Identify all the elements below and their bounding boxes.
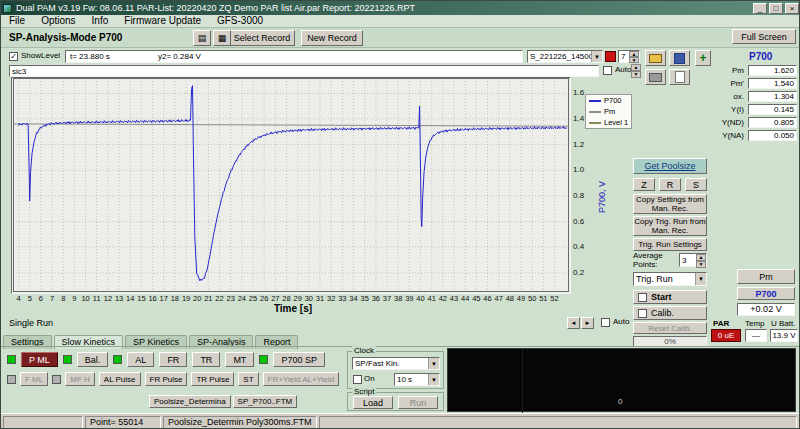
window-title: Dual PAM v3.19 Fw: 08.06.11 PAR-List: 20… bbox=[16, 3, 751, 13]
pm-button[interactable]: Pm bbox=[737, 269, 795, 284]
ctrl-button-st[interactable]: ST bbox=[238, 372, 258, 386]
chevron-down-icon[interactable]: ▼ bbox=[591, 51, 602, 62]
zoom-button-r[interactable]: R bbox=[659, 178, 681, 191]
cursor-readout: t= 23.880 s y2= 0.284 V bbox=[65, 50, 523, 63]
chevron-down-icon[interactable]: ▼ bbox=[695, 273, 706, 285]
spinner-down-icon[interactable]: ▼ bbox=[631, 71, 641, 78]
auto-scale-label: Auto bbox=[615, 65, 631, 74]
value-label: Y(NA) bbox=[713, 131, 744, 140]
menu-item-firmware-update[interactable]: Firmware Update bbox=[116, 15, 209, 27]
select-record-button[interactable]: Select Record bbox=[229, 30, 295, 46]
ctrl-button-p-ml[interactable]: P ML bbox=[21, 352, 58, 367]
copy-trig-run-button[interactable]: Copy Trig. Run from Man. Rec. bbox=[633, 216, 707, 236]
menu-item-info[interactable]: Info bbox=[84, 15, 117, 27]
spinner-down-icon[interactable]: ▼ bbox=[629, 57, 639, 63]
app-icon bbox=[3, 4, 12, 13]
chart-plot[interactable] bbox=[13, 78, 569, 292]
minimize-button[interactable]: _ bbox=[753, 3, 767, 14]
full-screen-button[interactable]: Full Screen bbox=[732, 29, 796, 44]
y-tick-label: 0.2 bbox=[573, 268, 597, 277]
auto-run-checkbox[interactable] bbox=[601, 318, 610, 327]
clock-interval-select[interactable]: 10 s ▼ bbox=[394, 373, 440, 386]
tab-divider bbox=[1, 346, 800, 347]
start-toggle[interactable]: Start bbox=[633, 290, 707, 304]
ftm-button-sp-p700-ftm[interactable]: SP_P700..FTM bbox=[233, 395, 298, 408]
open-record-button[interactable] bbox=[645, 50, 666, 66]
scroll-left-button[interactable]: ◄ bbox=[567, 317, 580, 329]
ctrl-button-tr[interactable]: TR bbox=[192, 352, 220, 367]
start-checkbox[interactable] bbox=[638, 293, 647, 302]
trig-run-settings-button[interactable]: Trig. Run Settings bbox=[633, 238, 707, 251]
app-window: Dual PAM v3.19 Fw: 08.06.11 PAR-List: 20… bbox=[0, 0, 800, 429]
p700-mode-select[interactable]: P700 bbox=[737, 287, 795, 300]
record-spinner-value: 7 bbox=[619, 52, 629, 61]
script-run-button[interactable]: Run bbox=[398, 396, 438, 409]
active-indicator bbox=[259, 355, 268, 364]
zoom-button-z[interactable]: Z bbox=[633, 178, 655, 191]
maximize-button[interactable]: □ bbox=[769, 3, 783, 14]
new-record-button[interactable]: New Record bbox=[301, 30, 363, 46]
add-record-button[interactable]: + bbox=[695, 50, 711, 66]
run-mode-label: Single Run bbox=[9, 318, 53, 328]
ctrl-button-tr-pulse[interactable]: TR Pulse bbox=[191, 372, 234, 386]
copy-settings-button[interactable]: Copy Settings from Man. Rec. bbox=[633, 194, 707, 214]
y2-readout: y2= 0.284 V bbox=[158, 52, 201, 61]
clock-on-checkbox[interactable] bbox=[353, 375, 362, 384]
value-box: 1.540 bbox=[748, 78, 797, 89]
average-points-stepper[interactable]: 3 ▲▼ bbox=[679, 253, 707, 267]
scale-spinner[interactable]: ▲ ▼ bbox=[631, 64, 641, 78]
ctrl-button-fr-pulse[interactable]: FR Pulse bbox=[145, 372, 188, 386]
ctrl-button-fr[interactable]: FR bbox=[159, 352, 187, 367]
y-tick-label: 0.4 bbox=[573, 242, 597, 251]
inactive-indicator bbox=[52, 375, 61, 384]
zoom-button-s[interactable]: S bbox=[685, 178, 707, 191]
spinner-up-icon[interactable]: ▲ bbox=[696, 254, 706, 261]
ctrl-button-bal[interactable]: Bal. bbox=[77, 352, 109, 367]
spinner-down-icon[interactable]: ▼ bbox=[696, 261, 706, 268]
y-tick-label: 1.2 bbox=[573, 140, 597, 149]
value-label: Pm bbox=[713, 66, 744, 75]
menu-item-gfs-3000[interactable]: GFS-3000 bbox=[209, 15, 271, 27]
print-button[interactable] bbox=[645, 69, 666, 85]
view-mode-icon[interactable]: ▤ bbox=[193, 30, 211, 46]
clock-interval-value: 10 s bbox=[395, 375, 428, 384]
chevron-down-icon[interactable]: ▼ bbox=[428, 358, 439, 369]
ctrl-button-al-pulse[interactable]: AL Pulse bbox=[99, 372, 141, 386]
time-readout: t= 23.880 s bbox=[70, 52, 110, 61]
calib-checkbox[interactable] bbox=[638, 309, 647, 318]
trig-run-select[interactable]: Trig. Run ▼ bbox=[633, 272, 707, 286]
calib-toggle[interactable]: Calib. bbox=[633, 306, 707, 320]
trig-run-value: Trig. Run bbox=[634, 274, 695, 284]
ctrl-button-al[interactable]: AL bbox=[127, 352, 154, 367]
record-spinner[interactable]: 7 ▲▼ bbox=[618, 50, 640, 63]
value-box: 0.050 bbox=[748, 130, 797, 141]
view-mode-icon[interactable]: ▦ bbox=[213, 30, 231, 46]
display-axis-value: 0 bbox=[618, 397, 622, 406]
menu-item-file[interactable]: File bbox=[1, 15, 33, 27]
show-level-checkbox[interactable]: ✓ bbox=[9, 52, 18, 61]
ctrl-button-p700-sp[interactable]: P700 SP bbox=[273, 352, 325, 367]
script-group: Script Load Run bbox=[347, 392, 444, 411]
trace-color-swatch[interactable] bbox=[605, 51, 616, 62]
statusbar-cell bbox=[3, 416, 83, 429]
get-poolsize-button[interactable]: Get Poolsize bbox=[633, 158, 707, 174]
chevron-down-icon[interactable]: ▼ bbox=[428, 374, 439, 385]
spinner-up-icon[interactable]: ▲ bbox=[631, 64, 641, 71]
scroll-right-button[interactable]: ► bbox=[581, 317, 594, 329]
save-record-button[interactable] bbox=[669, 50, 690, 66]
note-input[interactable] bbox=[9, 65, 599, 77]
clock-mode-select[interactable]: SP/Fast Kin. ▼ bbox=[352, 357, 440, 370]
close-button[interactable]: × bbox=[785, 3, 799, 14]
value-box: 0.145 bbox=[748, 104, 797, 115]
ftm-button-poolsize-determina[interactable]: Poolsize_Determina bbox=[149, 395, 231, 408]
auto-scale-checkbox[interactable] bbox=[603, 66, 612, 75]
window-controls: _□× bbox=[751, 3, 799, 14]
control-row-1: P MLBal.ALFRTRMTP700 SP bbox=[7, 352, 325, 367]
inactive-indicator bbox=[7, 375, 16, 384]
export-button[interactable] bbox=[669, 69, 690, 85]
script-load-button[interactable]: Load bbox=[353, 396, 393, 409]
menu-item-options[interactable]: Options bbox=[33, 15, 83, 27]
record-select[interactable]: S_221226_145003 ▼ bbox=[527, 50, 603, 63]
ctrl-button-mt[interactable]: MT bbox=[225, 352, 254, 367]
statusbar-point: Point= 55014 bbox=[85, 416, 161, 429]
